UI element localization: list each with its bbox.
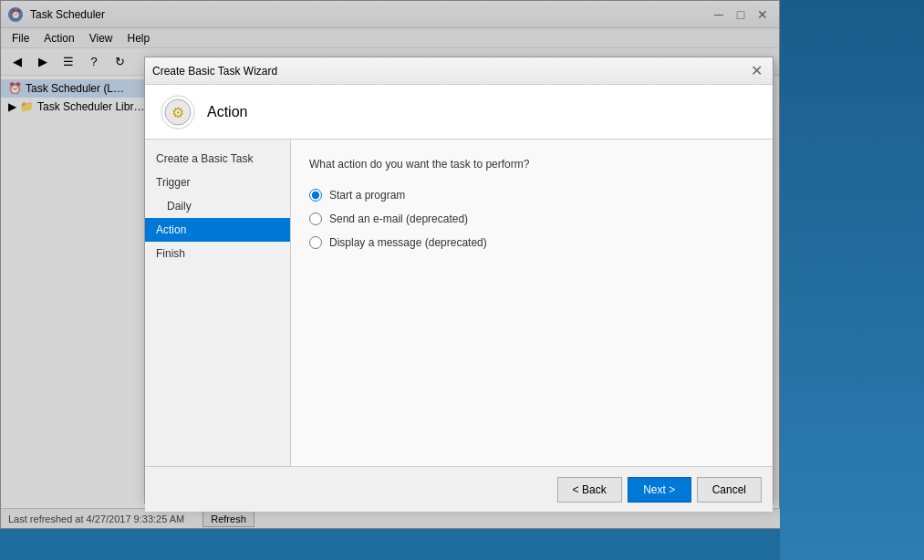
wizard-sidebar: Create a Basic Task Trigger Daily Action…: [145, 140, 291, 466]
cancel-button[interactable]: Cancel: [697, 477, 762, 503]
wizard-step-create: Create a Basic Task: [145, 147, 290, 171]
svg-text:⚙: ⚙: [171, 105, 184, 120]
dialog-header-title: Action: [207, 104, 247, 120]
wizard-step-finish: Finish: [145, 242, 290, 265]
create-basic-task-dialog: Create Basic Task Wizard ✕ ⚙ Action Crea…: [144, 57, 773, 503]
radio-display-message-label: Display a message (deprecated): [329, 236, 487, 249]
dialog-close-button[interactable]: ✕: [747, 62, 765, 80]
dialog-body: Create a Basic Task Trigger Daily Action…: [145, 140, 773, 466]
wizard-step-trigger: Trigger: [145, 171, 290, 194]
action-icon-svg: ⚙: [160, 94, 196, 130]
wizard-step-daily: Daily: [145, 194, 290, 218]
radio-display-message[interactable]: Display a message (deprecated): [309, 236, 754, 249]
radio-start-program[interactable]: Start a program: [309, 189, 754, 202]
dialog-main: What action do you want the task to perf…: [291, 140, 773, 466]
radio-send-email[interactable]: Send an e-mail (deprecated): [309, 213, 754, 225]
radio-start-program-input[interactable]: [309, 189, 322, 202]
dialog-question: What action do you want the task to perf…: [309, 158, 754, 171]
back-button[interactable]: < Back: [557, 477, 622, 503]
radio-display-message-input[interactable]: [309, 236, 322, 249]
dialog-title: Create Basic Task Wizard: [152, 65, 747, 78]
dialog-footer: < Back Next > Cancel: [145, 466, 773, 512]
radio-send-email-input[interactable]: [309, 213, 322, 225]
radio-start-program-label: Start a program: [329, 189, 405, 202]
desktop-right: [780, 0, 924, 560]
radio-group: Start a program Send an e-mail (deprecat…: [309, 189, 754, 249]
dialog-header: ⚙ Action: [145, 85, 773, 140]
dialog-titlebar: Create Basic Task Wizard ✕: [145, 57, 773, 85]
next-button[interactable]: Next >: [628, 477, 691, 503]
dialog-header-icon: ⚙: [160, 94, 196, 130]
radio-send-email-label: Send an e-mail (deprecated): [329, 213, 468, 225]
wizard-step-action: Action: [145, 218, 290, 242]
